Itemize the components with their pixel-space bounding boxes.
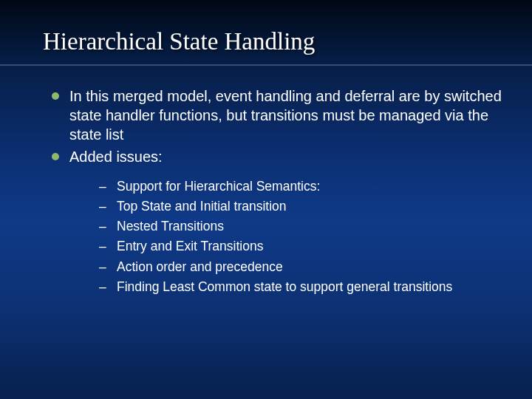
sub-bullet-item: – Finding Least Common state to support … [99, 277, 502, 297]
dash-icon: – [99, 236, 117, 256]
sub-bullet-text: Action order and precedence [117, 257, 283, 277]
sub-bullet-text: Finding Least Common state to support ge… [117, 277, 452, 297]
bullet-text: Added issues: [69, 147, 502, 166]
slide-body: In this merged model, event handling and… [0, 66, 532, 297]
slide-title: Hierarchical State Handling [0, 0, 532, 55]
bullet-dot-icon [52, 153, 59, 160]
sub-bullet-text: Nested Transitions [117, 216, 224, 236]
bullet-dot-icon [52, 92, 59, 100]
bullet-item: In this merged model, event handling and… [52, 86, 502, 144]
dash-icon: – [99, 257, 117, 277]
dash-icon: – [99, 197, 117, 216]
sub-bullet-item: – Top State and Initial transition [99, 197, 502, 216]
slide: Hierarchical State Handling In this merg… [0, 0, 532, 399]
sub-bullet-item: – Entry and Exit Transitions [99, 236, 502, 256]
sub-bullet-item: – Action order and precedence [99, 257, 502, 277]
bullet-text: In this merged model, event handling and… [69, 86, 502, 144]
dash-icon: – [99, 216, 117, 236]
bullet-item: Added issues: [52, 147, 502, 166]
sub-bullet-item: – Nested Transitions [99, 216, 502, 236]
dash-icon: – [99, 177, 117, 197]
sub-bullet-text: Top State and Initial transition [117, 197, 287, 216]
sub-bullet-text: Support for Hierarchical Semantics: [117, 177, 320, 197]
sub-bullet-list: – Support for Hierarchical Semantics: – … [52, 169, 502, 297]
dash-icon: – [99, 277, 117, 297]
sub-bullet-text: Entry and Exit Transitions [117, 236, 263, 256]
sub-bullet-item: – Support for Hierarchical Semantics: [99, 177, 502, 197]
